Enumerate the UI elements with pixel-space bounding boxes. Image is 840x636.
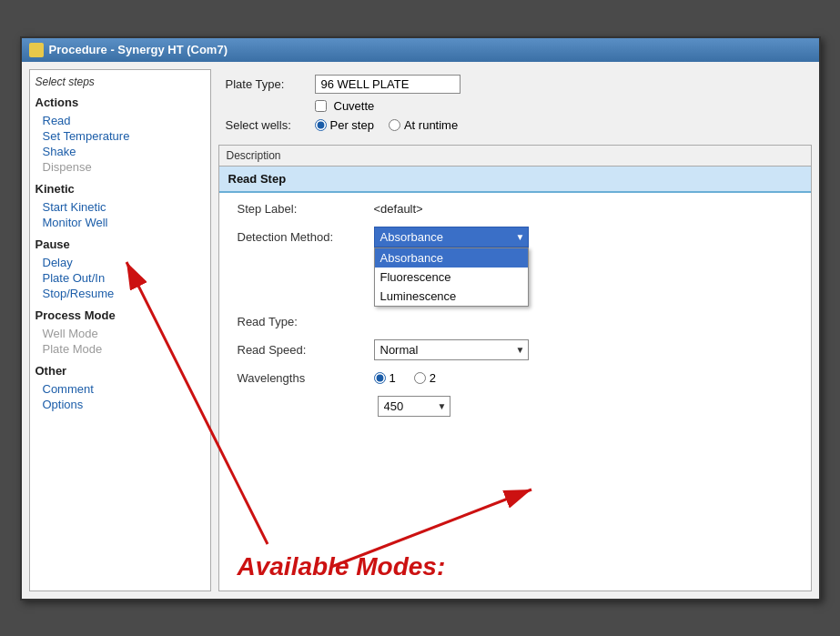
step-label-value: <default> bbox=[374, 202, 423, 216]
monitor-well-action[interactable]: Monitor Well bbox=[35, 215, 205, 230]
top-config: Plate Type: 96 WELL PLATE Cuvette Select… bbox=[218, 69, 812, 137]
main-window: Procedure - Synergy HT (Com7) Select ste… bbox=[20, 36, 821, 601]
detection-method-value: Absorbance bbox=[380, 230, 443, 244]
wavelength-2-radio[interactable] bbox=[414, 372, 426, 384]
dispense-action: Dispense bbox=[35, 159, 205, 175]
per-step-label: Per step bbox=[330, 118, 374, 132]
read-action[interactable]: Read bbox=[35, 113, 205, 128]
select-wells-options: Per step At runtime bbox=[315, 118, 459, 132]
window-title: Procedure - Synergy HT (Com7) bbox=[49, 43, 228, 56]
plate-mode-action: Plate Mode bbox=[35, 341, 205, 357]
at-runtime-radio[interactable] bbox=[389, 119, 400, 131]
kinetic-heading: Kinetic bbox=[35, 182, 205, 196]
well-mode-action: Well Mode bbox=[35, 326, 205, 341]
step-label-row: Step Label: <default> bbox=[238, 202, 793, 216]
plate-out-in-action[interactable]: Plate Out/In bbox=[35, 270, 205, 286]
select-wells-label: Select wells: bbox=[226, 118, 308, 132]
description-title: Description bbox=[219, 146, 811, 167]
actions-heading: Actions bbox=[35, 96, 205, 109]
wavelength-value-dropdown[interactable]: 450 490 570 bbox=[378, 396, 450, 417]
annotation-area: Available Modes: bbox=[219, 543, 811, 591]
stop-resume-action[interactable]: Stop/Resume bbox=[35, 286, 205, 301]
wavelength-count-options: 1 2 bbox=[374, 371, 436, 385]
detection-method-label: Detection Method: bbox=[238, 230, 365, 244]
plate-type-row: Plate Type: 96 WELL PLATE bbox=[226, 75, 805, 94]
main-content: Select steps Actions Read Set Temperatur… bbox=[22, 62, 819, 599]
wavelength-2-label: 2 bbox=[430, 371, 436, 385]
wavelength-value-row: 450 490 570 ▼ bbox=[238, 396, 793, 417]
read-type-row: Read Type: bbox=[238, 315, 793, 328]
detection-method-dropdown[interactable]: Absorbance ▼ bbox=[374, 227, 529, 247]
title-bar: Procedure - Synergy HT (Com7) bbox=[22, 38, 819, 62]
wavelength-1-option[interactable]: 1 bbox=[374, 371, 396, 385]
process-mode-heading: Process Mode bbox=[35, 308, 205, 322]
wavelengths-label: Wavelengths bbox=[238, 371, 365, 385]
wavelength-1-label: 1 bbox=[390, 371, 396, 385]
detection-dropdown-arrow: ▼ bbox=[516, 232, 525, 242]
left-panel: Select steps Actions Read Set Temperatur… bbox=[29, 69, 211, 591]
per-step-option[interactable]: Per step bbox=[315, 118, 374, 132]
detection-dropdown-menu: Absorbance Fluorescence Luminescence bbox=[374, 247, 529, 307]
detection-method-row: Detection Method: Absorbance ▼ Absorbanc… bbox=[238, 227, 793, 247]
start-kinetic-action[interactable]: Start Kinetic bbox=[35, 199, 205, 215]
set-temperature-action[interactable]: Set Temperature bbox=[35, 128, 205, 144]
wavelengths-row: Wavelengths 1 2 bbox=[238, 371, 793, 385]
detection-option-fluorescence[interactable]: Fluorescence bbox=[375, 268, 528, 287]
read-step-header: Read Step bbox=[219, 167, 811, 193]
read-type-label: Read Type: bbox=[238, 315, 365, 328]
available-modes-text: Available Modes: bbox=[238, 552, 446, 581]
description-box: Description Read Step Step Label: <defau… bbox=[218, 145, 812, 591]
right-panel: Plate Type: 96 WELL PLATE Cuvette Select… bbox=[218, 69, 812, 591]
wavelength-2-option[interactable]: 2 bbox=[414, 371, 436, 385]
pause-heading: Pause bbox=[35, 237, 205, 251]
cuvette-checkbox[interactable] bbox=[315, 100, 327, 112]
read-speed-label: Read Speed: bbox=[238, 343, 365, 357]
detection-option-absorbance[interactable]: Absorbance bbox=[375, 248, 528, 268]
select-steps-label: Select steps bbox=[35, 76, 205, 88]
detection-method-dropdown-container: Absorbance ▼ bbox=[374, 227, 529, 247]
other-heading: Other bbox=[35, 364, 205, 378]
read-speed-row: Read Speed: Normal Fast Slow ▼ bbox=[238, 339, 793, 360]
at-runtime-option[interactable]: At runtime bbox=[389, 118, 458, 132]
options-action[interactable]: Options bbox=[35, 397, 205, 412]
select-wells-row: Select wells: Per step At runtime bbox=[226, 118, 805, 132]
step-config: Step Label: <default> Detection Method: … bbox=[219, 193, 811, 543]
delay-action[interactable]: Delay bbox=[35, 255, 205, 270]
read-speed-dropdown-container: Normal Fast Slow ▼ bbox=[374, 339, 529, 360]
shake-action[interactable]: Shake bbox=[35, 144, 205, 159]
comment-action[interactable]: Comment bbox=[35, 381, 205, 397]
step-label-label: Step Label: bbox=[238, 202, 365, 216]
cuvette-label: Cuvette bbox=[334, 99, 375, 113]
wavelength-1-radio[interactable] bbox=[374, 372, 386, 384]
wavelength-value-dropdown-container: 450 490 570 ▼ bbox=[378, 396, 450, 417]
cuvette-row: Cuvette bbox=[226, 99, 805, 113]
plate-type-label: Plate Type: bbox=[226, 77, 308, 91]
detection-option-luminescence[interactable]: Luminescence bbox=[375, 287, 528, 306]
per-step-radio[interactable] bbox=[315, 119, 327, 131]
read-speed-dropdown[interactable]: Normal Fast Slow bbox=[374, 339, 529, 360]
window-icon bbox=[29, 43, 44, 57]
plate-type-field[interactable]: 96 WELL PLATE bbox=[315, 75, 460, 94]
at-runtime-label: At runtime bbox=[404, 118, 458, 132]
